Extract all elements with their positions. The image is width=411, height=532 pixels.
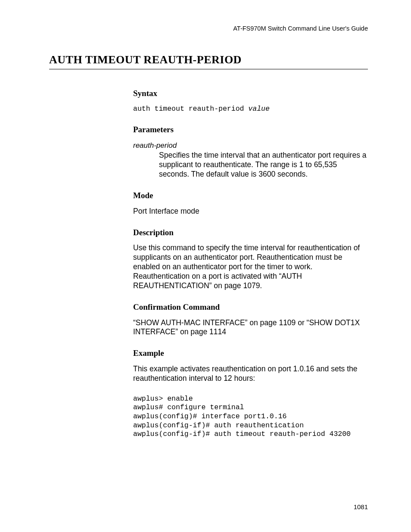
title-rule [49,69,368,69]
heading-example: Example [133,348,368,358]
param-name: reauth-period [133,141,368,150]
body-column: Syntax auth timeout reauth-period value … [133,88,368,439]
page-number: 1081 [354,503,368,510]
running-head: AT-FS970M Switch Command Line User's Gui… [49,25,368,32]
heading-confirmation: Confirmation Command [133,302,368,312]
heading-parameters: Parameters [133,124,368,135]
syntax-command: auth timeout reauth-period [133,105,248,113]
syntax-arg: value [248,105,270,113]
heading-syntax: Syntax [133,88,368,99]
page: AT-FS970M Switch Command Line User's Gui… [0,0,411,532]
param-desc: Specifies the time interval that an auth… [159,151,368,179]
example-intro: This example activates reauthentication … [133,364,368,383]
mode-text: Port Interface mode [133,207,368,216]
heading-mode: Mode [133,190,368,201]
confirmation-text: “SHOW AUTH-MAC INTERFACE” on page 1109 o… [133,318,368,337]
page-title: AUTH TIMEOUT REAUTH-PERIOD [49,53,368,66]
heading-description: Description [133,227,368,238]
example-code: awplus> enable awplus# configure termina… [133,395,368,439]
description-text: Use this command to specify the time int… [133,243,368,290]
syntax-line: auth timeout reauth-period value [133,105,368,114]
